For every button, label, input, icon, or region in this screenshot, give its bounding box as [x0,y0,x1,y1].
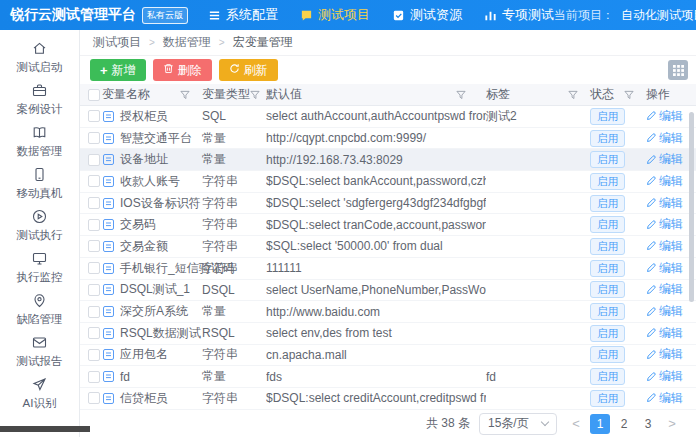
refresh-button[interactable]: 刷新 [219,59,278,81]
status-badge[interactable]: 启用 [590,108,625,125]
filter-icon[interactable] [624,90,634,100]
status-badge[interactable]: 启用 [590,260,625,277]
status-badge[interactable]: 启用 [590,238,625,255]
sidebar-item-test-report[interactable]: 测试报告 [0,334,79,376]
edit-link[interactable]: 编辑 [646,260,683,277]
edit-link[interactable]: 编辑 [646,346,683,363]
status-cell: 启用 [590,130,646,147]
next-page-button[interactable]: > [662,414,682,434]
column-settings-icon[interactable] [668,60,688,80]
edit-link[interactable]: 编辑 [646,303,683,320]
sidebar-item-ai-recognition[interactable]: AI识别 [0,376,79,418]
row-checkbox[interactable] [88,132,100,144]
filter-icon[interactable] [250,90,260,100]
filter-icon[interactable] [456,90,466,100]
table-row[interactable]: 设备地址常量http://192.168.73.43:8029启用编辑 [80,149,696,171]
variable-name-cell: 交易码 [102,216,202,233]
sidebar-item-case-design[interactable]: 案例设计 [0,82,79,124]
row-checkbox[interactable] [88,219,100,231]
sidebar-item-execution-monitor[interactable]: 执行监控 [0,250,79,292]
menu-item-system-config[interactable]: 系统配置 [208,6,278,24]
status-badge[interactable]: 启用 [590,151,625,168]
sidebar-item-mobile-device[interactable]: 移动真机 [0,166,79,208]
row-checkbox[interactable] [88,154,100,166]
menu-item-special-test[interactable]: 专项测试 [484,6,554,24]
status-badge[interactable]: 启用 [590,130,625,147]
trash-icon [163,63,174,77]
row-checkbox[interactable] [88,371,100,383]
row-checkbox[interactable] [88,284,100,296]
edit-link[interactable]: 编辑 [646,130,683,147]
status-badge[interactable]: 启用 [590,173,625,190]
edit-link[interactable]: 编辑 [646,325,683,342]
edit-link[interactable]: 编辑 [646,195,683,212]
status-badge[interactable]: 启用 [590,390,625,407]
page-button-2[interactable]: 2 [614,414,634,434]
row-checkbox[interactable] [88,110,100,122]
menu-item-test-resource[interactable]: 测试资源 [392,6,462,24]
current-project-name[interactable]: 自动化测试项目|TP-1904- [621,7,696,24]
status-badge[interactable]: 启用 [590,281,625,298]
table-row[interactable]: 收款人账号字符串$DSQL:select bankAccount,passwor… [80,171,696,193]
row-checkbox-cell [80,371,102,383]
breadcrumb-item[interactable]: 测试项目 [93,34,141,51]
status-badge[interactable]: 启用 [590,346,625,363]
table-row[interactable]: 交易金额字符串$SQL:select '50000.00' from dual启… [80,236,696,258]
status-badge[interactable]: 启用 [590,303,625,320]
status-badge[interactable]: 启用 [590,195,625,212]
filter-icon[interactable] [568,90,578,100]
status-badge[interactable]: 启用 [590,368,625,385]
prev-page-button[interactable]: < [566,414,586,434]
scrollbar-thumb[interactable] [689,112,694,302]
sidebar-item-test-execution[interactable]: 测试执行 [0,208,79,250]
top-navbar: 锐行云测试管理平台 私有云版 系统配置 测试项目 测试资源 专项测试 当前项目：… [0,0,696,30]
table-row[interactable]: 交易码字符串$DSQL:select tranCode,account,pass… [80,214,696,236]
table-row[interactable]: IOS设备标识符字符串$DSQL:select 'sdgfergerg43dgf… [80,193,696,215]
row-checkbox[interactable] [88,306,100,318]
edit-link[interactable]: 编辑 [646,108,683,125]
row-checkbox[interactable] [88,327,100,339]
status-badge[interactable]: 启用 [590,216,625,233]
table-row[interactable]: 智慧交通平台常量http://cqypt.cnpcbd.com:9999/启用编… [80,128,696,150]
row-checkbox[interactable] [88,262,100,274]
row-checkbox[interactable] [88,349,100,361]
table-row[interactable]: fd常量fdsfd启用编辑 [80,366,696,388]
edit-link[interactable]: 编辑 [646,238,683,255]
edit-pencil-icon [646,220,656,230]
column-header-3: 默认值 [266,84,486,105]
table-row[interactable]: RSQL数据测试RSQLselect env,des from test启用编辑 [80,323,696,345]
status-badge[interactable]: 启用 [590,325,625,342]
edit-pencil-icon [646,285,656,295]
row-checkbox[interactable] [88,175,100,187]
variable-type-cell: 常量 [202,368,266,385]
select-all-checkbox[interactable] [88,89,100,101]
table-row[interactable]: 深交所A系统常量http://www.baidu.com启用编辑 [80,301,696,323]
sidebar-item-data-management[interactable]: 数据管理 [0,124,79,166]
edit-link[interactable]: 编辑 [646,390,683,407]
sidebar-item-test-launch[interactable]: 测试启动 [0,40,79,82]
variable-name: DSQL测试_1 [120,281,190,298]
table-row[interactable]: 应用包名字符串cn.apacha.mall启用编辑 [80,345,696,367]
menu-item-test-project[interactable]: 测试项目 [300,6,370,24]
filter-icon[interactable] [180,90,190,100]
table-row[interactable]: 信贷柜员字符串$DSQL:select creditAccount,credit… [80,388,696,410]
add-button[interactable]: + 新增 [90,59,146,81]
table-row[interactable]: 授权柜员SQLselect authAccount,authAccountpsw… [80,106,696,128]
variable-name-cell: DSQL测试_1 [102,281,202,298]
page-size-select[interactable]: 15条/页 [479,413,557,435]
page-button-1[interactable]: 1 [590,414,610,434]
edit-link[interactable]: 编辑 [646,281,683,298]
edit-link[interactable]: 编辑 [646,368,683,385]
row-checkbox[interactable] [88,240,100,252]
edit-link[interactable]: 编辑 [646,151,683,168]
delete-button[interactable]: 删除 [153,59,212,81]
edit-link[interactable]: 编辑 [646,173,683,190]
row-checkbox[interactable] [88,197,100,209]
sidebar-item-defect-management[interactable]: 缺陷管理 [0,292,79,334]
page-button-3[interactable]: 3 [638,414,658,434]
row-checkbox[interactable] [88,392,100,404]
table-row[interactable]: DSQL测试_1DSQLselect UserName,PhoneNumber,… [80,280,696,302]
breadcrumb-item[interactable]: 数据管理 [163,34,211,51]
table-row[interactable]: 手机银行_短信验证码字符串111111启用编辑 [80,258,696,280]
edit-link[interactable]: 编辑 [646,216,683,233]
